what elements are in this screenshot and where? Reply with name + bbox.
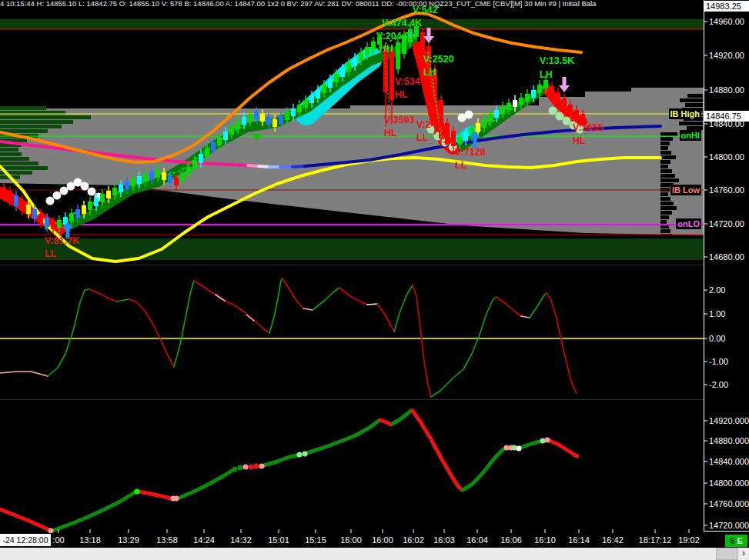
time-tick-label: 16:10: [534, 535, 556, 545]
price-axis-separator: [704, 0, 704, 531]
chart-annotation: HL: [395, 89, 408, 101]
chart-canvas[interactable]: [0, 0, 749, 560]
price-tick-label: 14920.00: [709, 50, 744, 61]
chart-annotation: V:474.4K: [382, 18, 422, 29]
time-tick-label: 15:01: [268, 535, 289, 545]
time-tick-label: 13:29: [118, 535, 139, 545]
chart-annotation: LL: [45, 248, 56, 260]
down-arrow-marker: [423, 28, 434, 43]
chart-annotation: V:542: [413, 5, 438, 16]
current-price-box: 14846.75: [704, 111, 749, 122]
chart-annotation: +: [407, 29, 413, 41]
osc-tick-label: -2.00: [709, 379, 728, 390]
time-tick-label: 13:58: [156, 535, 178, 545]
last-price-box: 14983.25: [704, 1, 749, 12]
study-level-label: IB High: [669, 108, 702, 119]
chart-annotation: HL: [384, 128, 397, 139]
study-level-label: onLO: [676, 218, 701, 229]
time-tick-label: 14:32: [230, 535, 252, 545]
badge-number: 6: [730, 536, 734, 545]
study-level-label: IB Low: [670, 185, 701, 195]
price-tick-label: 14720.00: [709, 218, 744, 229]
price-tick-label: 14960.00: [709, 16, 744, 27]
time-tick-label: 16:06: [500, 535, 522, 545]
time-tick-label: 14:24: [193, 535, 215, 545]
chart-annotation: V:244: [416, 119, 442, 131]
chart-annotation: LH: [423, 67, 436, 78]
time-tick-label: 18:17:12: [639, 535, 672, 545]
chart-annotation: V:3593: [384, 115, 415, 126]
time-tick-label: 13:18: [79, 535, 101, 545]
price-tick-label: 14880.000: [709, 435, 749, 446]
price-tick-label: 14760.000: [709, 498, 749, 509]
price-tick-label: 14880.00: [709, 85, 744, 95]
chart-annotation: V:534: [395, 76, 420, 88]
time-tick-label: 15:15: [305, 535, 326, 545]
osc-tick-label: 0.00: [709, 333, 725, 344]
study-level-label: onHI: [680, 130, 701, 141]
time-tick-label: 16:42: [602, 535, 624, 545]
chart-annotation: V:2520: [423, 54, 454, 65]
chart-annotation: V:7128: [455, 147, 486, 158]
price-tick-label: 14920.000: [709, 415, 749, 426]
chart-annotation: HL: [573, 135, 586, 147]
chart-annotation: LL: [416, 132, 428, 144]
price-tick-label: 14760.00: [709, 185, 744, 195]
down-arrow-marker: [559, 77, 570, 92]
chart-annotation: LH: [540, 69, 553, 81]
chart-annotation: LL: [455, 160, 466, 172]
axis-corner-line: [704, 531, 749, 532]
price-tick-label: 14800.000: [709, 478, 749, 488]
chart-number-badge: 6 E: [725, 535, 747, 547]
time-tick-label: :00: [52, 535, 64, 545]
badge-letter: E: [737, 536, 742, 545]
chart-annotation: V:3655: [573, 122, 604, 134]
time-tick-label: 16:00: [372, 535, 393, 545]
price-tick-label: 14800.00: [709, 152, 744, 162]
trading-app-window: 4 10:15:44 H: 14855.10 L: 14842.75 O: 14…: [0, 0, 749, 560]
price-tick-label: 14720.000: [709, 520, 749, 531]
time-tick-label: 19:02: [678, 535, 700, 545]
time-tick-label: 16:02: [403, 535, 424, 545]
osc-tick-label: 2.00: [709, 285, 725, 295]
price-tick-label: 14680.00: [709, 252, 744, 262]
time-tick-label: 16:03: [433, 535, 455, 545]
time-tick-label: 16:14: [568, 535, 590, 545]
time-cursor-box: -24 12:28:00: [0, 534, 51, 546]
osc-tick-label: 1.00: [709, 308, 725, 319]
osc-tick-label: -1.00: [709, 356, 728, 367]
horizontal-scrollbar[interactable]: ›: [0, 548, 749, 560]
chart-annotation: HH: [380, 43, 393, 55]
price-tick-label: 14840.000: [709, 456, 749, 467]
chart-annotation: V:13.5K: [540, 55, 574, 67]
scroll-right-button[interactable]: ›: [738, 548, 749, 560]
scrollbar-thumb[interactable]: [716, 548, 738, 560]
chart-annotation: V:81.7K: [45, 235, 79, 247]
time-tick-label: 16:00: [340, 535, 362, 545]
time-tick-label: 16:04: [466, 535, 488, 545]
